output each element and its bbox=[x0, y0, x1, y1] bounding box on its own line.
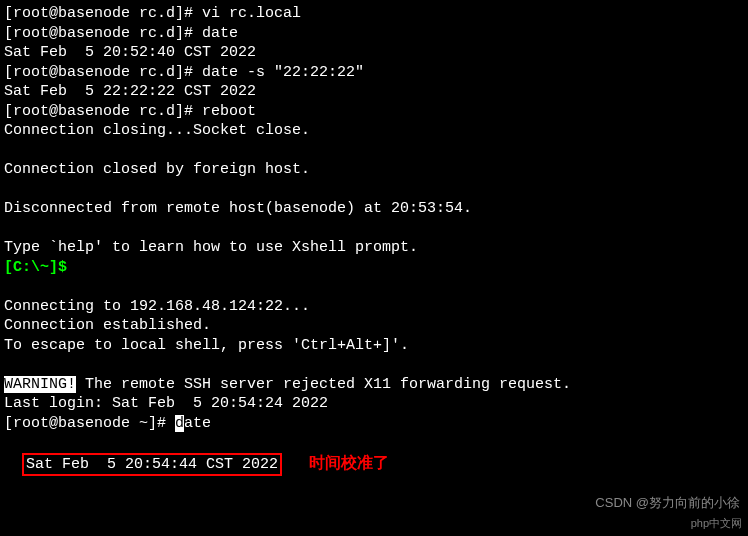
terminal-text-segment bbox=[4, 142, 13, 159]
terminal-text-segment: vi rc.local bbox=[202, 5, 301, 22]
terminal-text-segment bbox=[4, 181, 13, 198]
annotation-text: 时间校准了 bbox=[309, 454, 389, 471]
terminal-text-segment: date bbox=[202, 25, 238, 42]
terminal-text-segment: [root@basenode rc.d]# bbox=[4, 103, 202, 120]
final-date-text: Sat Feb 5 20:54:44 CST 2022 bbox=[26, 456, 278, 473]
terminal-line: Last login: Sat Feb 5 20:54:24 2022 bbox=[4, 394, 744, 414]
csdn-watermark: CSDN @努力向前的小徐 bbox=[595, 495, 740, 512]
terminal-text-segment: To escape to local shell, press 'Ctrl+Al… bbox=[4, 337, 409, 354]
corner-watermark: php中文网 bbox=[691, 516, 742, 530]
terminal-line: [root@basenode rc.d]# reboot bbox=[4, 102, 744, 122]
terminal-text-segment: d bbox=[175, 415, 184, 432]
terminal-text-segment: [root@basenode rc.d]# bbox=[4, 64, 202, 81]
terminal-line bbox=[4, 355, 744, 375]
terminal-text-segment: Connection closed by foreign host. bbox=[4, 161, 310, 178]
terminal-line bbox=[4, 219, 744, 239]
terminal-line: Connecting to 192.168.48.124:22... bbox=[4, 297, 744, 317]
terminal-line bbox=[4, 277, 744, 297]
terminal-line: Sat Feb 5 22:22:22 CST 2022 bbox=[4, 82, 744, 102]
terminal-text-segment bbox=[4, 278, 13, 295]
terminal-text-segment: Type `help' to learn how to use Xshell p… bbox=[4, 239, 418, 256]
terminal-text-segment: Sat Feb 5 20:52:40 CST 2022 bbox=[4, 44, 256, 61]
terminal-text-segment: [root@basenode ~]# bbox=[4, 415, 175, 432]
terminal-line: Connection closed by foreign host. bbox=[4, 160, 744, 180]
terminal-line: To escape to local shell, press 'Ctrl+Al… bbox=[4, 336, 744, 356]
terminal-text-segment: reboot bbox=[202, 103, 256, 120]
terminal-line: Connection established. bbox=[4, 316, 744, 336]
terminal-line: Connection closing...Socket close. bbox=[4, 121, 744, 141]
terminal-text-segment: [root@basenode rc.d]# bbox=[4, 25, 202, 42]
terminal-line bbox=[4, 141, 744, 161]
terminal-text-segment: [C:\~]$ bbox=[4, 259, 76, 276]
terminal-text-segment: The remote SSH server rejected X11 forwa… bbox=[76, 376, 571, 393]
terminal-text-segment: Connecting to 192.168.48.124:22... bbox=[4, 298, 310, 315]
terminal-text-segment: ate bbox=[184, 415, 211, 432]
terminal-text-segment: Sat Feb 5 22:22:22 CST 2022 bbox=[4, 83, 256, 100]
terminal-text-segment bbox=[4, 220, 13, 237]
highlighted-date-box: Sat Feb 5 20:54:44 CST 2022 bbox=[22, 453, 282, 477]
terminal-line: [root@basenode rc.d]# date bbox=[4, 24, 744, 44]
terminal-line: WARNING! The remote SSH server rejected … bbox=[4, 375, 744, 395]
terminal-text-segment: Disconnected from remote host(basenode) … bbox=[4, 200, 472, 217]
terminal-output[interactable]: [root@basenode rc.d]# vi rc.local[root@b… bbox=[4, 4, 744, 433]
terminal-text-segment: WARNING! bbox=[4, 376, 76, 393]
terminal-line: [root@basenode ~]# date bbox=[4, 414, 744, 434]
terminal-text-segment: Connection established. bbox=[4, 317, 211, 334]
terminal-text-segment: date -s "22:22:22" bbox=[202, 64, 364, 81]
terminal-line: Disconnected from remote host(basenode) … bbox=[4, 199, 744, 219]
terminal-line: [root@basenode rc.d]# vi rc.local bbox=[4, 4, 744, 24]
terminal-line: [root@basenode rc.d]# date -s "22:22:22" bbox=[4, 63, 744, 83]
terminal-line bbox=[4, 180, 744, 200]
terminal-text-segment: Connection closing...Socket close. bbox=[4, 122, 310, 139]
terminal-text-segment: [root@basenode rc.d]# bbox=[4, 5, 202, 22]
terminal-line: Type `help' to learn how to use Xshell p… bbox=[4, 238, 744, 258]
terminal-text-segment bbox=[4, 356, 13, 373]
terminal-text-segment: Last login: Sat Feb 5 20:54:24 2022 bbox=[4, 395, 328, 412]
final-output-line: Sat Feb 5 20:54:44 CST 2022 时间校准了 bbox=[4, 433, 744, 476]
terminal-line: [C:\~]$ bbox=[4, 258, 744, 278]
terminal-line: Sat Feb 5 20:52:40 CST 2022 bbox=[4, 43, 744, 63]
